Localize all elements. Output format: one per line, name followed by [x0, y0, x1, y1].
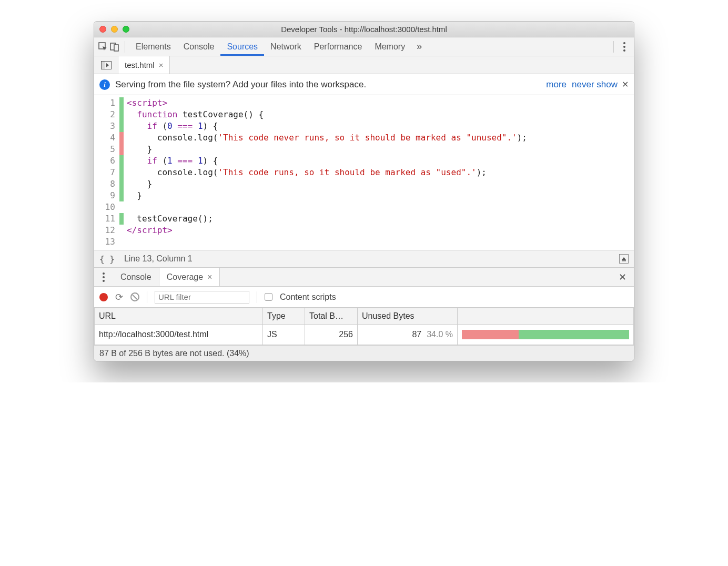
col-unused[interactable]: Unused Bytes: [358, 308, 458, 325]
record-button[interactable]: [99, 293, 108, 301]
row-unused: 87 34.0 %: [358, 325, 458, 345]
pretty-print-button[interactable]: { }: [99, 254, 115, 264]
tab-elements[interactable]: Elements: [129, 37, 177, 56]
window-title: Developer Tools - http://localhost:3000/…: [94, 25, 634, 34]
file-tab-strip: test.html ×: [94, 56, 634, 74]
url-filter-input[interactable]: [155, 291, 249, 304]
col-url[interactable]: URL: [95, 308, 263, 325]
info-icon: i: [99, 79, 110, 90]
content-scripts-label: Content scripts: [280, 292, 336, 302]
toggle-sidebar-button[interactable]: [619, 254, 629, 264]
row-url: http://localhost:3000/test.html: [95, 325, 263, 345]
coverage-summary: 87 B of 256 B bytes are not used. (34%): [94, 345, 634, 361]
close-file-tab-button[interactable]: ×: [159, 60, 164, 69]
zoom-window-button[interactable]: [123, 26, 129, 33]
col-total[interactable]: Total B…: [305, 308, 358, 325]
titlebar: Developer Tools - http://localhost:3000/…: [94, 22, 634, 37]
inspect-element-icon[interactable]: [97, 41, 109, 53]
drawer-menu-button[interactable]: [94, 268, 113, 286]
infobar-never-show-link[interactable]: never show: [572, 79, 618, 90]
close-drawer-tab-button[interactable]: ×: [207, 272, 212, 282]
coverage-gutter: [119, 95, 124, 250]
row-total: 256: [305, 325, 358, 345]
minimize-window-button[interactable]: [111, 26, 118, 33]
workspace-infobar: i Serving from the file system? Add your…: [94, 74, 634, 95]
svg-rect-5: [622, 260, 626, 261]
line-number-gutter: 12345678910111213: [94, 95, 119, 250]
tab-performance[interactable]: Performance: [308, 37, 369, 56]
drawer-tab-coverage[interactable]: Coverage ×: [159, 268, 220, 286]
drawer-tab-label: Coverage: [167, 272, 203, 282]
separator: [147, 291, 147, 303]
devtools-window: Developer Tools - http://localhost:3000/…: [94, 21, 634, 361]
cursor-position: Line 13, Column 1: [124, 254, 193, 264]
separator: [125, 41, 125, 53]
infobar-more-link[interactable]: more: [546, 79, 567, 90]
code-editor[interactable]: 12345678910111213 <script> function test…: [94, 95, 634, 250]
drawer-tab-strip: Console Coverage × ✕: [94, 268, 634, 287]
device-toolbar-icon[interactable]: [109, 41, 120, 53]
content-scripts-checkbox[interactable]: [265, 293, 272, 301]
infobar-close-button[interactable]: ✕: [622, 79, 629, 89]
code-content[interactable]: <script> function testCoverage() { if (0…: [124, 95, 634, 250]
coverage-toolbar: ⟳ Content scripts: [94, 287, 634, 308]
overflow-tabs-button[interactable]: »: [411, 41, 427, 52]
drawer-tab-console[interactable]: Console: [113, 268, 159, 286]
file-tab-label: test.html: [125, 60, 155, 69]
tab-console[interactable]: Console: [177, 37, 221, 56]
close-drawer-button[interactable]: ✕: [611, 268, 634, 286]
traffic-lights: [99, 26, 129, 33]
tab-memory[interactable]: Memory: [368, 37, 411, 56]
main-tab-strip: Elements Console Sources Network Perform…: [94, 37, 634, 56]
settings-menu-button[interactable]: [618, 42, 631, 52]
file-tab-test-html[interactable]: test.html ×: [118, 56, 170, 74]
svg-rect-4: [101, 61, 104, 69]
row-type: JS: [263, 325, 305, 345]
row-bar: [458, 325, 634, 345]
coverage-table: URL Type Total B… Unused Bytes http://lo…: [94, 308, 634, 345]
separator: [613, 41, 614, 53]
navigator-toggle-button[interactable]: [94, 56, 118, 74]
tab-sources[interactable]: Sources: [220, 37, 264, 56]
tab-network[interactable]: Network: [264, 37, 308, 56]
clear-button[interactable]: [130, 292, 139, 301]
close-window-button[interactable]: [99, 26, 106, 33]
col-type[interactable]: Type: [263, 308, 305, 325]
coverage-row[interactable]: http://localhost:3000/test.html JS 256 8…: [95, 325, 634, 345]
col-bar: [458, 308, 634, 325]
separator: [257, 291, 257, 303]
infobar-message: Serving from the file system? Add your f…: [115, 79, 366, 90]
editor-status-bar: { } Line 13, Column 1: [94, 250, 634, 268]
reload-button[interactable]: ⟳: [115, 291, 123, 303]
svg-rect-2: [114, 45, 118, 51]
